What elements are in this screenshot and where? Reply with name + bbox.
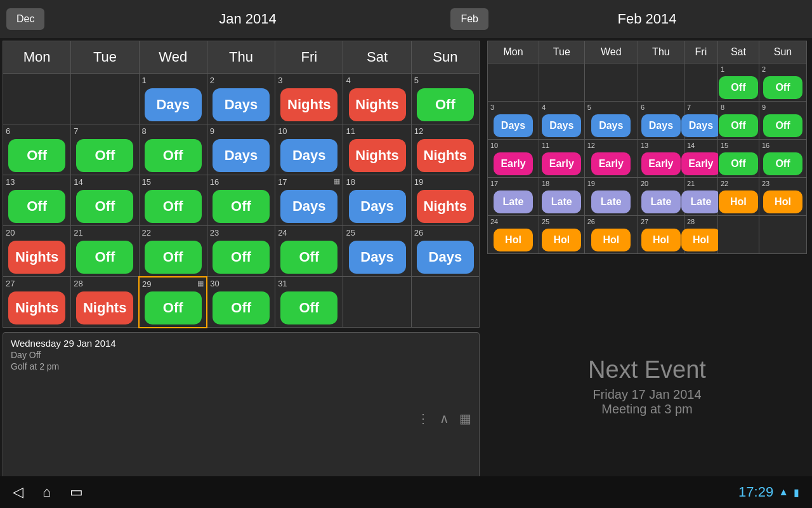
back-icon[interactable]: ◁ <box>13 484 23 500</box>
calendar-cell[interactable]: 31Off <box>275 277 343 328</box>
calendar-cell[interactable] <box>638 64 684 102</box>
calendar-cell[interactable]: 18Late <box>539 178 584 216</box>
calendar-cell[interactable] <box>343 277 411 328</box>
calendar-cell[interactable]: 19Nights <box>411 175 479 226</box>
calendar-cell[interactable]: 23Hol <box>759 178 806 216</box>
shift-badge: Hol <box>763 190 802 213</box>
calendar-cell[interactable]: 10Days <box>275 124 343 175</box>
home-icon[interactable]: ⌂ <box>43 484 51 500</box>
calendar-cell[interactable]: 16Off <box>207 175 275 226</box>
calendar-cell[interactable]: 18Days <box>343 175 411 226</box>
calendar-cell[interactable]: 24Off <box>275 226 343 277</box>
calendar-cell[interactable]: 10Early <box>488 140 539 178</box>
calendar-cell[interactable]: 27Hol <box>638 216 684 254</box>
calendar-cell[interactable]: 11Nights <box>343 124 411 175</box>
shift-badge: Off <box>719 152 758 175</box>
calendar-cell[interactable]: 28Nights <box>71 277 139 328</box>
shift-badge: Off <box>145 190 202 223</box>
calendar-cell[interactable]: 3Days <box>488 102 539 140</box>
shift-badge: Hol <box>641 229 681 251</box>
calendar-cell[interactable] <box>71 74 139 124</box>
calendar-cell[interactable]: 8Off <box>717 102 759 140</box>
calendar-cell[interactable]: 8Off <box>139 124 207 175</box>
calendar-cell[interactable]: 7Off <box>71 124 139 175</box>
calendar-cell[interactable]: 22Hol <box>717 178 759 216</box>
calendar-cell[interactable]: 14Off <box>71 175 139 226</box>
info-action-icons[interactable]: ⋮ ∧ ▦ <box>417 411 471 426</box>
calendar-cell[interactable]: 20Nights <box>3 226 71 277</box>
calendar-cell[interactable] <box>3 74 71 124</box>
calendar-cell[interactable]: 19Late <box>584 178 638 216</box>
calendar-cell[interactable] <box>411 277 479 328</box>
calendar-cell[interactable]: 7Days <box>684 102 717 140</box>
menu-icon[interactable]: ⋮ <box>417 411 429 426</box>
calendar-cell[interactable]: 23Off <box>207 226 275 277</box>
calendar-cell[interactable]: 13Early <box>638 140 684 178</box>
calendar-cell[interactable] <box>539 64 584 102</box>
calendar-cell[interactable]: 5Days <box>584 102 638 140</box>
shift-badge: Off <box>763 152 802 175</box>
calendar-cell[interactable]: 1Off <box>717 64 759 102</box>
calendar-cell[interactable]: 15Off <box>717 140 759 178</box>
main-layout: Mon Tue Wed Thu Fri Sat Sun 1Days2Days3N… <box>0 38 812 508</box>
calendar-cell[interactable]: 15Off <box>139 175 207 226</box>
calendar-cell[interactable]: 24Hol <box>488 216 539 254</box>
next-month-button[interactable]: Feb <box>450 8 488 30</box>
up-icon[interactable]: ∧ <box>440 411 449 426</box>
calendar-cell[interactable]: 3Nights <box>275 74 343 124</box>
calendar-cell[interactable]: 22Off <box>139 226 207 277</box>
calendar-cell[interactable]: 26Hol <box>584 216 638 254</box>
prev-month-button[interactable]: Dec <box>6 8 44 30</box>
calendar-cell[interactable]: 17Late <box>488 178 539 216</box>
calendar-cell[interactable]: 5Off <box>411 74 479 124</box>
calendar-cell[interactable]: 2Off <box>759 64 806 102</box>
recents-icon[interactable]: ▭ <box>70 484 83 500</box>
calendar-cell[interactable]: 4Nights <box>343 74 411 124</box>
day-number: 22 <box>721 180 728 187</box>
calendar-cell[interactable]: 28Hol <box>684 216 717 254</box>
calendar-cell[interactable]: 1Days <box>139 74 207 124</box>
calendar-cell[interactable] <box>759 216 806 254</box>
calendar-cell[interactable]: 20Late <box>638 178 684 216</box>
calendar-cell[interactable] <box>717 216 759 254</box>
calendar-cell[interactable]: 26Days <box>411 226 479 277</box>
shift-badge: Days <box>213 139 270 172</box>
calendar-cell[interactable]: 12Early <box>584 140 638 178</box>
day-number: 4 <box>542 104 546 111</box>
calendar-cell[interactable] <box>488 64 539 102</box>
day-number: 5 <box>414 76 419 85</box>
calendar-cell[interactable]: 13Off <box>3 175 71 226</box>
calendar-cell[interactable]: 6Days <box>638 102 684 140</box>
calendar-cell[interactable]: 12Nights <box>411 124 479 175</box>
shift-badge: Nights <box>349 88 406 121</box>
calendar-cell[interactable]: 4Days <box>539 102 584 140</box>
calendar-cell[interactable]: 27Nights <box>3 277 71 328</box>
calendar-cell[interactable]: 9Off <box>759 102 806 140</box>
calendar-cell[interactable]: 25Days <box>343 226 411 277</box>
shift-badge: Off <box>213 241 270 274</box>
shift-badge: Nights <box>280 88 337 121</box>
calendar-cell[interactable]: 29▦Off <box>139 277 207 328</box>
day-number: 2 <box>762 65 766 73</box>
bottom-nav: ◁ ⌂ ▭ 17:29 ▲ ▮ <box>0 476 812 508</box>
shift-badge: Nights <box>417 190 474 223</box>
calendar-cell[interactable]: 30Off <box>207 277 275 328</box>
calendar-cell[interactable]: 25Hol <box>539 216 584 254</box>
calendar-cell[interactable]: 16Off <box>759 140 806 178</box>
calendar-icon[interactable]: ▦ <box>459 411 471 426</box>
calendar-cell[interactable]: 11Early <box>539 140 584 178</box>
day-number: 5 <box>587 104 591 111</box>
calendar-cell[interactable]: 21Off <box>71 226 139 277</box>
shift-badge: Nights <box>8 241 65 274</box>
shift-badge: Days <box>494 114 533 137</box>
calendar-cell[interactable]: 2Days <box>207 74 275 124</box>
calendar-cell[interactable]: 14Early <box>684 140 717 178</box>
calendar-cell[interactable] <box>584 64 638 102</box>
day-number: 26 <box>587 218 595 225</box>
calendar-cell[interactable]: 9Days <box>207 124 275 175</box>
calendar-cell[interactable] <box>684 64 717 102</box>
calendar-cell[interactable]: 21Late <box>684 178 717 216</box>
calendar-cell[interactable]: 6Off <box>3 124 71 175</box>
calendar-cell[interactable]: 17▦Days <box>275 175 343 226</box>
day-number: 16 <box>762 142 769 149</box>
